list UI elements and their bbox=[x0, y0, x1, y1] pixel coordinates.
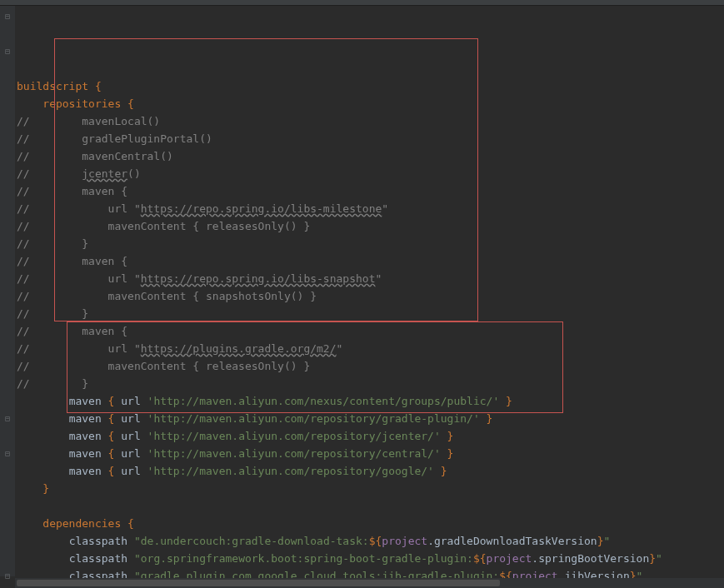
editor-area: ⊟⊟⊟⊟⊟ buildscript { repositories {// mav… bbox=[0, 6, 724, 576]
code-line[interactable]: maven { url 'http://maven.aliyun.com/rep… bbox=[15, 445, 724, 462]
horizontal-scrollbar[interactable] bbox=[15, 578, 724, 588]
code-line[interactable]: maven { url 'http://maven.aliyun.com/nex… bbox=[15, 392, 724, 410]
fold-marker bbox=[0, 77, 15, 95]
code-line[interactable]: // mavenCentral() bbox=[15, 147, 724, 165]
horizontal-scrollbar-thumb[interactable] bbox=[17, 580, 500, 586]
code-line[interactable]: // url "https://repo.spring.io/libs-mile… bbox=[15, 200, 724, 217]
code-content[interactable]: buildscript { repositories {// mavenLoca… bbox=[15, 6, 724, 576]
fold-marker bbox=[0, 515, 15, 532]
code-line[interactable]: maven { url 'http://maven.aliyun.com/rep… bbox=[15, 410, 724, 427]
code-line[interactable]: // } bbox=[15, 235, 724, 252]
code-line[interactable]: buildscript { bbox=[15, 77, 724, 95]
code-line[interactable]: // mavenContent { snapshotsOnly() } bbox=[15, 287, 724, 305]
fold-marker bbox=[0, 287, 15, 305]
code-line[interactable]: // } bbox=[15, 305, 724, 322]
fold-marker bbox=[0, 25, 15, 42]
fold-marker bbox=[0, 60, 15, 77]
fold-marker bbox=[0, 112, 15, 130]
code-line[interactable]: // mavenContent { releasesOnly() } bbox=[15, 357, 724, 375]
code-line[interactable]: dependencies { bbox=[15, 515, 724, 532]
fold-marker[interactable]: ⊟ bbox=[0, 42, 15, 60]
fold-marker bbox=[0, 165, 15, 182]
code-line[interactable]: maven { url 'http://maven.aliyun.com/rep… bbox=[15, 462, 724, 480]
fold-marker bbox=[0, 130, 15, 147]
fold-marker bbox=[0, 95, 15, 112]
code-line[interactable]: // } bbox=[15, 375, 724, 392]
fold-marker[interactable]: ⊟ bbox=[0, 567, 15, 585]
fold-marker bbox=[0, 357, 15, 375]
fold-marker bbox=[0, 375, 15, 392]
fold-marker bbox=[0, 427, 15, 445]
fold-marker bbox=[0, 200, 15, 217]
code-line[interactable]: maven { url 'http://maven.aliyun.com/rep… bbox=[15, 427, 724, 445]
fold-marker[interactable]: ⊟ bbox=[0, 445, 15, 462]
fold-marker bbox=[0, 462, 15, 480]
fold-marker bbox=[0, 497, 15, 515]
fold-marker bbox=[0, 340, 15, 357]
code-line[interactable]: // jcenter() bbox=[15, 165, 724, 182]
code-line[interactable]: classpath "de.undercouch:gradle-download… bbox=[15, 532, 724, 550]
fold-marker bbox=[0, 532, 15, 550]
fold-marker bbox=[0, 270, 15, 287]
code-line[interactable]: // gradlePluginPortal() bbox=[15, 130, 724, 147]
code-line[interactable]: // url "https://repo.spring.io/libs-snap… bbox=[15, 270, 724, 287]
fold-marker bbox=[0, 182, 15, 200]
fold-marker bbox=[0, 480, 15, 497]
fold-marker bbox=[0, 322, 15, 340]
code-line[interactable]: // mavenContent { releasesOnly() } bbox=[15, 217, 724, 235]
gutter[interactable]: ⊟⊟⊟⊟⊟ bbox=[0, 6, 15, 576]
code-line[interactable]: // maven { bbox=[15, 252, 724, 270]
code-line[interactable]: // url "https://plugins.gradle.org/m2/" bbox=[15, 340, 724, 357]
code-line[interactable]: // maven { bbox=[15, 182, 724, 200]
fold-marker[interactable]: ⊟ bbox=[0, 7, 15, 25]
code-line[interactable]: // maven { bbox=[15, 322, 724, 340]
fold-marker bbox=[0, 550, 15, 567]
code-line[interactable] bbox=[15, 497, 724, 515]
code-line[interactable]: // mavenLocal() bbox=[15, 112, 724, 130]
fold-marker bbox=[0, 235, 15, 252]
code-line[interactable]: } bbox=[15, 480, 724, 497]
code-line[interactable]: classpath "org.springframework.boot:spri… bbox=[15, 550, 724, 567]
code-line[interactable]: repositories { bbox=[15, 95, 724, 112]
fold-marker bbox=[0, 305, 15, 322]
fold-marker bbox=[0, 147, 15, 165]
fold-marker bbox=[0, 217, 15, 235]
fold-marker bbox=[0, 252, 15, 270]
fold-marker[interactable]: ⊟ bbox=[0, 410, 15, 427]
editor-top-border bbox=[0, 0, 724, 6]
fold-marker bbox=[0, 392, 15, 410]
